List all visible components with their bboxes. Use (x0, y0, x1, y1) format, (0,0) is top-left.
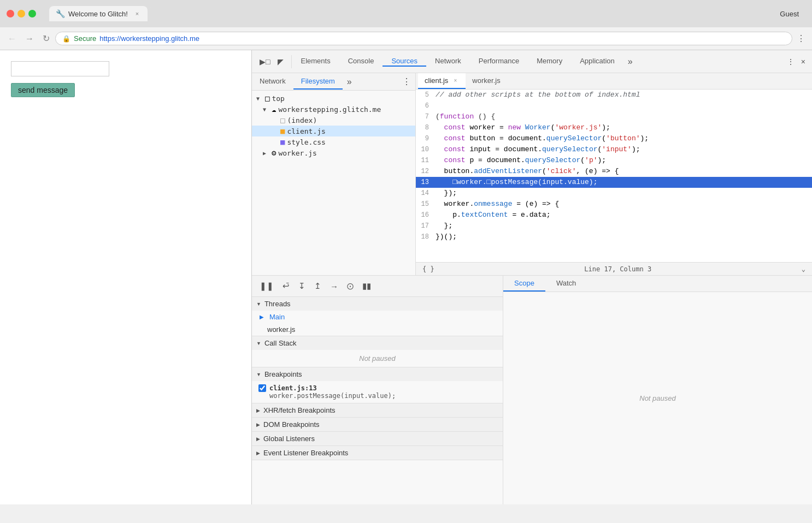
event-header[interactable]: ▶ Event Listener Breakpoints (252, 446, 503, 460)
message-input[interactable] (11, 61, 109, 76)
step-into-button[interactable]: ↧ (295, 279, 309, 293)
address-bar[interactable]: 🔒 Secure https://workerstepping.glitch.m… (55, 32, 792, 45)
file-tab-menu[interactable]: ⋮ (398, 73, 415, 90)
minimize-traffic-light[interactable] (17, 10, 25, 17)
file-tab-filesystem[interactable]: Filesystem (293, 74, 343, 90)
tree-arrow-top: ▼ (256, 96, 263, 102)
debug-section-threads: ▼ Threads Main worker.js (252, 297, 503, 336)
tab-close-button[interactable]: × (133, 10, 141, 17)
breakpoint-checkbox-1[interactable] (258, 384, 266, 392)
debugger-content: ▼ Threads Main worker.js ▼ (252, 297, 503, 504)
tree-item-clientjs[interactable]: ■ client.js (252, 126, 415, 136)
code-line-18: 18 })(); (416, 231, 812, 242)
tree-label-top: top (272, 94, 284, 103)
code-status-bar: { } Line 17, Column 3 ⌄ (416, 262, 812, 275)
line-number-14: 14 (416, 188, 436, 198)
callstack-arrow: ▼ (256, 341, 261, 346)
debug-section-xhr: ▶ XHR/fetch Breakpoints (252, 403, 503, 418)
browser-tab[interactable]: 🔧 Welcome to Glitch! × (49, 6, 148, 21)
xhr-header[interactable]: ▶ XHR/fetch Breakpoints (252, 403, 503, 417)
code-tab-clientjs-close[interactable]: × (451, 77, 459, 85)
maximize-traffic-light[interactable] (28, 10, 36, 17)
callstack-header[interactable]: ▼ Call Stack (252, 336, 503, 350)
url-text: https://workerstepping.glitch.me (99, 34, 199, 43)
device-toggle-button[interactable]: ◤ (274, 55, 287, 68)
devtools-toolbar: ▶□ ◤ Elements Console Sources Network Pe… (252, 50, 812, 73)
tab-application[interactable]: Application (571, 57, 623, 67)
tab-memory[interactable]: Memory (528, 57, 571, 67)
pause-on-exceptions-button[interactable]: ▮▮ (359, 279, 374, 293)
threads-header[interactable]: ▼ Threads (252, 297, 503, 311)
debugger-panel: ❚❚ ↩̄ ↧ ↥ → ⨀ ▮▮ ▼ Threads (252, 276, 503, 504)
code-line-9: 9 const button = document.querySelector(… (416, 133, 812, 144)
thread-item-workerjs[interactable]: worker.js (252, 323, 503, 336)
line-content-11: const p = document.querySelector('p'); (436, 155, 812, 166)
line-number-15: 15 (416, 199, 436, 209)
devtools-settings-button[interactable]: ⋮ (785, 55, 797, 68)
tree-label-index: (index) (287, 116, 317, 124)
line-number-17: 17 (416, 221, 436, 231)
code-line-6: 6 (416, 100, 812, 111)
main-content: send message ▶□ ◤ Elements Console Sourc… (0, 50, 812, 504)
title-bar: 🔧 Welcome to Glitch! × Guest (0, 0, 812, 27)
code-tab-clientjs[interactable]: client.js × (418, 73, 466, 89)
line-content-5: // add other scripts at the bottom of in… (436, 90, 812, 100)
code-line-11: 11 const p = document.querySelector('p')… (416, 155, 812, 166)
tab-elements[interactable]: Elements (292, 57, 339, 67)
breakpoints-header[interactable]: ▼ Breakpoints (252, 367, 503, 381)
close-traffic-light[interactable] (7, 10, 14, 17)
thread-item-main[interactable]: Main (252, 311, 503, 323)
step-out-button[interactable]: ↥ (311, 279, 325, 293)
breakpoints-arrow: ▼ (256, 372, 261, 377)
line-content-8: const worker = new Worker('worker.js'); (436, 122, 812, 133)
step-over-button[interactable]: ↩̄ (279, 279, 293, 293)
line-number-11: 11 (416, 155, 436, 165)
page-content: send message (0, 50, 251, 504)
pause-resume-button[interactable]: ❚❚ (256, 279, 277, 293)
tree-item-index[interactable]: □ (index) (252, 115, 415, 126)
folder-icon: □ (265, 94, 269, 103)
forward-button[interactable]: → (22, 32, 37, 46)
cloud-icon: ☁ (272, 105, 276, 114)
code-format-button[interactable]: { } (422, 265, 434, 273)
global-header[interactable]: ▶ Global Listeners (252, 432, 503, 445)
file-tab-network[interactable]: Network (252, 74, 293, 90)
debugger-toolbar: ❚❚ ↩̄ ↧ ↥ → ⨀ ▮▮ (252, 276, 503, 297)
devtools-body: Network Filesystem » ⋮ ▼ □ top ▼ ☁ (252, 73, 812, 275)
devtools-icon-group: ▶□ ◤ (252, 55, 292, 68)
tree-item-domain[interactable]: ▼ ☁ workerstepping.glitch.me (252, 104, 415, 115)
tab-sources[interactable]: Sources (383, 57, 426, 67)
file-icon-stylecss: ■ (280, 138, 285, 146)
nav-bar: ← → ↻ 🔒 Secure https://workerstepping.gl… (0, 27, 812, 50)
breakpoints-label: Breakpoints (264, 370, 302, 378)
tree-item-workerjs[interactable]: ▶ ⚙ worker.js (252, 147, 415, 158)
breakpoint-label-1: client.js:13 (269, 384, 396, 392)
file-tab-more[interactable]: » (343, 74, 356, 90)
tab-console[interactable]: Console (339, 57, 383, 67)
send-message-button[interactable]: send message (11, 83, 75, 97)
breakpoint-code-1: worker.postMessage(input.value); (269, 392, 396, 400)
reload-button[interactable]: ↻ (39, 31, 53, 46)
global-arrow: ▶ (256, 436, 260, 442)
tree-item-stylecss[interactable]: ■ style.css (252, 136, 415, 147)
line-number-16: 16 (416, 210, 436, 220)
dom-header[interactable]: ▶ DOM Breakpoints (252, 418, 503, 431)
line-content-17: }; (436, 221, 812, 231)
tab-network[interactable]: Network (426, 57, 470, 67)
tab-performance[interactable]: Performance (470, 57, 528, 67)
file-icon-clientjs: ■ (280, 127, 285, 135)
code-editor[interactable]: 5 // add other scripts at the bottom of … (416, 90, 812, 262)
step-button[interactable]: → (327, 280, 342, 293)
more-tabs-button[interactable]: » (623, 57, 637, 67)
code-line-17: 17 }; (416, 221, 812, 231)
tree-item-top[interactable]: ▼ □ top (252, 93, 415, 104)
debug-section-global: ▶ Global Listeners (252, 432, 503, 446)
scope-tab-watch[interactable]: Watch (545, 276, 587, 292)
code-tab-workerjs[interactable]: worker.js (466, 73, 507, 89)
browser-menu-button[interactable]: ⋮ (795, 31, 808, 46)
back-button[interactable]: ← (4, 32, 20, 46)
deactivate-breakpoints-button[interactable]: ⨀ (344, 280, 357, 292)
devtools-close-button[interactable]: × (799, 55, 808, 68)
scope-tab-scope[interactable]: Scope (503, 276, 545, 292)
inspect-element-button[interactable]: ▶□ (256, 55, 273, 68)
